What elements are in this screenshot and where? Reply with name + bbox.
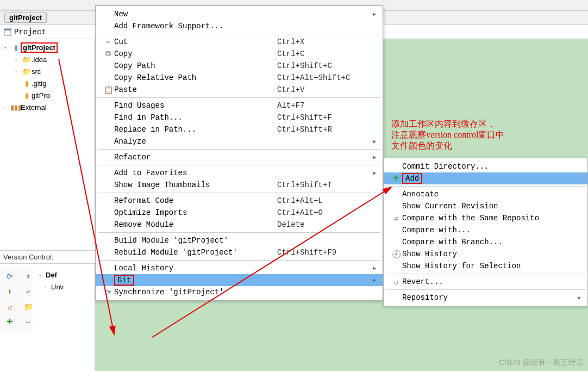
menu-git[interactable]: Git▶ [96, 274, 383, 286]
menu-optimize[interactable]: Optimize ImportsCtrl+Alt+O [96, 207, 383, 219]
git-add[interactable]: +Add [384, 172, 587, 184]
git-compare-branch[interactable]: Compare with Branch... [384, 236, 587, 248]
git-commit-directory[interactable]: Commit Directory... [384, 160, 587, 172]
menu-reformat[interactable]: Reformat CodeCtrl+Alt+L [96, 195, 383, 207]
add-icon[interactable]: + [3, 316, 16, 329]
menu-separator [98, 97, 380, 98]
git-annotate[interactable]: Annotate [384, 188, 587, 200]
cut-icon: ✂ [102, 38, 114, 47]
tree-item-label: gitPro [32, 91, 50, 100]
compare-icon: ⇄ [390, 214, 402, 223]
git-show-history-selection[interactable]: Show History for Selection [384, 260, 587, 272]
copy-icon: ⧉ [102, 50, 114, 58]
menu-find-in-path[interactable]: Find in Path...Ctrl+Shift+F [96, 112, 383, 123]
menu-separator [386, 274, 585, 274]
menu-replace-in-path[interactable]: Replace in Path...Ctrl+Shift+R [96, 123, 383, 135]
menu-refactor[interactable]: Refactor▶ [96, 151, 383, 163]
git-show-history[interactable]: 🕘Show History [384, 248, 587, 260]
menu-new[interactable]: New▶ [96, 8, 383, 20]
project-tab-label: Project [14, 28, 46, 36]
rollback-icon[interactable]: ↶ [22, 285, 35, 298]
tree-item-label: External [21, 103, 47, 112]
folder-icon: 📁 [22, 67, 32, 76]
tree-item-label: .idea [32, 55, 47, 64]
git-compare-with[interactable]: Compare with... [384, 224, 587, 236]
menu-separator [386, 289, 585, 290]
tree-item-label: .gitig [32, 79, 46, 88]
history-icon: 🕘 [390, 250, 402, 259]
add-highlight-box: Add [402, 173, 422, 184]
menu-separator [386, 186, 585, 187]
menu-paste[interactable]: 📋PasteCtrl+V [96, 84, 383, 96]
tree-item-label: src [32, 67, 41, 76]
menu-separator [98, 34, 380, 34]
git-submenu: Commit Directory... +Add Annotate Show C… [383, 158, 588, 306]
menu-show-thumbnails[interactable]: Show Image ThumbnailsCtrl+Shift+T [96, 179, 383, 191]
menu-separator [98, 149, 380, 150]
menu-separator [98, 193, 380, 193]
add-icon: + [390, 173, 402, 184]
menu-build-module[interactable]: Build Module 'gitProject' [96, 234, 383, 246]
revert-icon: ↺ [390, 277, 402, 287]
project-tab-icon [3, 28, 12, 36]
menu-local-history[interactable]: Local History▶ [96, 262, 383, 274]
expand-icon[interactable]: ▫ [15, 57, 22, 63]
menu-separator [98, 165, 380, 165]
svg-rect-1 [4, 29, 11, 30]
git-compare-same[interactable]: ⇄Compare with the Same Reposito [384, 212, 587, 224]
menu-add-framework[interactable]: Add Framework Support... [96, 20, 383, 32]
menu-copy[interactable]: ⧉CopyCtrl+C [96, 48, 383, 60]
expand-icon[interactable]: ▫ [15, 69, 22, 75]
undo-icon[interactable]: ↺ [3, 300, 16, 313]
tree-root[interactable]: ▪ ▮ gitProject [0, 41, 95, 53]
menu-copy-path[interactable]: Copy PathCtrl+Shift+C [96, 60, 383, 72]
menu-copy-rel-path[interactable]: Copy Relative PathCtrl+Alt+Shift+C [96, 72, 383, 84]
tree-external[interactable]: ▫ ▮▮▮ External [0, 101, 95, 113]
diff-icon[interactable]: ⬇ [3, 285, 16, 298]
menu-remove-module[interactable]: Remove ModuleDelete [96, 219, 383, 231]
git-show-revision[interactable]: Show Current Revision [384, 200, 587, 212]
paste-icon: 📋 [102, 85, 114, 95]
folder-icon: 📁 [22, 55, 32, 64]
git-highlight-box: Git [114, 275, 134, 286]
context-menu: New▶ Add Framework Support... ✂CutCtrl+X… [95, 5, 383, 301]
version-control-label: Version Control: [0, 250, 95, 264]
tree-iml[interactable]: ▮ gitPro [0, 89, 95, 101]
menu-add-favorites[interactable]: Add to Favorites▶ [96, 167, 383, 179]
menu-separator [98, 232, 380, 233]
tree-root-label: gitProject [21, 42, 58, 53]
git-revert[interactable]: ↺Revert... [384, 276, 587, 288]
collapse-icon[interactable]: ▪ [4, 45, 11, 51]
sync-icon: ⟳ [102, 288, 114, 297]
menu-rebuild-module[interactable]: Rebuild Module 'gitProject'Ctrl+Shift+F9 [96, 246, 383, 258]
annotation-text: 添加工作区内容到缓存区， 注意观察version control窗口中 文件颜色… [391, 119, 504, 151]
tree-idea[interactable]: ▫ 📁 .idea [0, 53, 95, 65]
menu-synchronize[interactable]: ⟳Synchronize 'gitProject' [96, 286, 383, 298]
commit-icon[interactable]: ⬆ [22, 270, 35, 283]
version-control-changes[interactable]: ▫Def ▫Unv [34, 267, 95, 295]
version-control-toolbar: ⟳ ⬆ ⬇ ↶ ↺ 📁 + ↔ [0, 267, 33, 332]
watermark: CSDN @我有一颗五叶草 [499, 358, 584, 368]
menu-cut[interactable]: ✂CutCtrl+X [96, 36, 383, 48]
group-icon[interactable]: 📁 [22, 300, 35, 313]
module-icon: ▮ [11, 44, 21, 52]
menu-separator [98, 260, 380, 261]
git-repository[interactable]: Repository▶ [384, 292, 587, 304]
menu-analyze[interactable]: Analyze▶ [96, 135, 383, 147]
tree-src[interactable]: ▫ 📁 src [0, 65, 95, 77]
tree-gitignore[interactable]: ▮ .gitig [0, 77, 95, 89]
libraries-icon: ▮▮▮ [11, 103, 21, 112]
refresh-icon[interactable]: ⟳ [3, 270, 16, 283]
expand-icon[interactable]: ↔ [22, 316, 35, 329]
file-icon: ▮ [22, 91, 32, 100]
file-icon: ▮ [22, 79, 32, 88]
menu-find-usages[interactable]: Find UsagesAlt+F7 [96, 100, 383, 112]
breadcrumb-project[interactable]: gitProject [4, 13, 47, 23]
